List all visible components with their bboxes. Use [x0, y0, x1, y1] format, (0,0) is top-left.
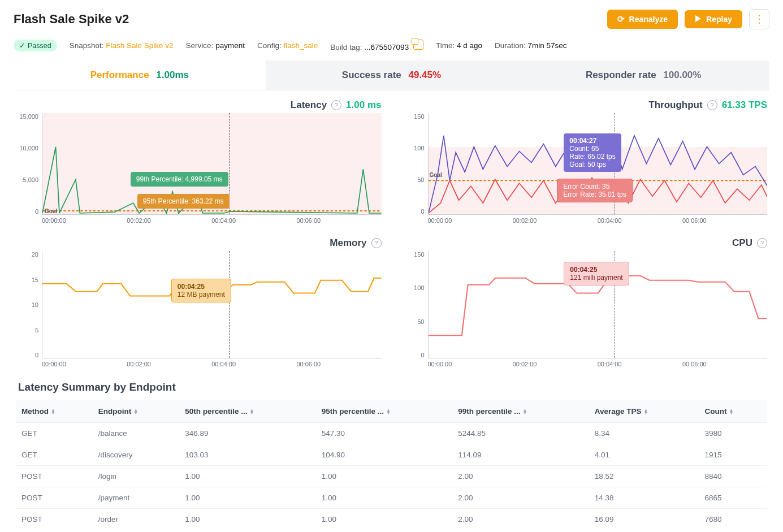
plot-area: 99th Percentile: 4,999.05 ms 95th Percen…: [42, 113, 382, 215]
plot[interactable]: 150 100 50 0 00:04:27 Count: 65 Rate: 65…: [402, 113, 768, 215]
y-axis: 150 100 50 0: [402, 251, 428, 358]
plot-area: 00:04:27 Count: 65 Rate: 65.02 tps Goal:…: [428, 113, 768, 215]
sort-icon: ▲▼: [133, 409, 138, 414]
x-axis: 00:00:00 00:02:00 00:04:00 00:06:00: [16, 217, 382, 224]
reanalyze-button[interactable]: ⟳ Reanalyze: [607, 10, 678, 29]
col-count[interactable]: Count▲▼: [699, 400, 767, 423]
status-badge: ✓ Passed: [14, 40, 57, 51]
table-body: GET/balance346.89547.305244.858.343980GE…: [16, 423, 767, 530]
svg-marker-0: [695, 15, 701, 22]
help-icon[interactable]: ?: [331, 100, 341, 110]
chart-metric: 61.33 TPS: [722, 100, 767, 111]
y-axis: 15,000 10,000 5,000 0: [16, 113, 42, 215]
chart-memory: Memory ? 20 15 10 5 0 00:04:25 12 MB pay…: [16, 237, 382, 367]
check-icon: ✓: [19, 41, 25, 50]
x-axis: 00:00:00 00:02:00 00:04:00 00:06:00: [402, 361, 768, 367]
col-tps[interactable]: Average TPS▲▼: [589, 400, 699, 423]
x-axis: 00:00:00 00:02:00 00:04:00 00:06:00: [16, 361, 382, 367]
sort-icon: ▲▼: [644, 409, 648, 414]
top-bar: Flash Sale Spike v2 ⟳ Reanalyze Replay ⋯: [14, 9, 769, 29]
tooltip-err: Error Count: 35 Error Rate: 35.01 tps: [557, 179, 632, 202]
goal-label: Goal: [45, 208, 57, 214]
content: Latency ? 1.00 ms 15,000 10,000 5,000 0 …: [14, 90, 769, 532]
snapshot-link[interactable]: Flash Sale Spike v2: [106, 41, 173, 50]
plot[interactable]: 15,000 10,000 5,000 0 99th Percentile: 4…: [16, 113, 382, 215]
sort-icon: ▲▼: [250, 409, 254, 414]
x-axis: 00:00:00 00:02:00 00:04:00 00:06:00: [402, 217, 768, 224]
y-axis: 20 15 10 5 0: [16, 251, 42, 358]
sort-icon: ▲▼: [729, 409, 734, 414]
help-icon[interactable]: ?: [371, 238, 382, 248]
config: Config: flash_sale: [257, 41, 318, 50]
plot[interactable]: 150 100 50 0 00:04:25 121 milli payment: [402, 251, 768, 358]
replay-button[interactable]: Replay: [685, 10, 742, 28]
table-row[interactable]: GET/discovery103.03104.90114.094.011915: [16, 444, 767, 466]
snapshot: Snapshot: Flash Sale Spike v2: [70, 41, 174, 50]
replay-label: Replay: [706, 15, 732, 24]
chart-title: Latency: [291, 100, 327, 111]
chart-metric: 1.00 ms: [346, 100, 381, 111]
plot[interactable]: 20 15 10 5 0 00:04:25 12 MB payment: [16, 251, 382, 358]
time: Time: 4 d ago: [436, 41, 482, 50]
meta-bar: ✓ Passed Snapshot: Flash Sale Spike v2 S…: [14, 40, 769, 51]
page-title: Flash Sale Spike v2: [14, 12, 129, 27]
tooltip-rate: 00:04:27 Count: 65 Rate: 65.02 tps Goal:…: [564, 133, 621, 172]
cursor-line: [229, 251, 230, 358]
tab-strip: Performance 1.00ms Success rate 49.45% R…: [14, 60, 769, 90]
build-tag: Build tag: ...675507093: [330, 40, 423, 51]
play-icon: [695, 15, 702, 24]
service: Service: payment: [186, 41, 245, 50]
col-p50[interactable]: 50th percentile ...▲▼: [179, 400, 316, 423]
table-title: Latency Summary by Endpoint: [16, 381, 767, 393]
more-icon: ⋯: [756, 14, 762, 25]
tooltip-99p: 99th Percentile: 4,999.05 ms: [131, 172, 228, 187]
tab-success-rate[interactable]: Success rate 49.45%: [266, 60, 518, 90]
tooltip-memory: 00:04:25 12 MB payment: [171, 279, 231, 302]
col-endpoint[interactable]: Endpoint▲▼: [93, 400, 180, 423]
sort-icon: ▲▼: [523, 409, 527, 414]
chart-cpu: CPU ? 150 100 50 0 00:04:25 121 milli pa…: [402, 237, 768, 367]
tab-performance[interactable]: Performance 1.00ms: [14, 60, 266, 90]
table-header-row: Method▲▼ Endpoint▲▼ 50th percentile ...▲…: [16, 400, 767, 423]
table-row[interactable]: POST/login1.001.002.0018.528840: [16, 466, 767, 487]
y-axis: 150 100 50 0: [402, 113, 428, 215]
tooltip-cpu: 00:04:25 121 milli payment: [564, 262, 629, 286]
help-icon[interactable]: ?: [757, 238, 767, 248]
chart-grid: Latency ? 1.00 ms 15,000 10,000 5,000 0 …: [16, 100, 767, 367]
latency-table: Method▲▼ Endpoint▲▼ 50th percentile ...▲…: [16, 400, 767, 530]
col-p99[interactable]: 99th percentile ...▲▼: [452, 400, 589, 423]
chart-title: CPU: [732, 237, 752, 249]
tooltip-95p: 95th Percentile: 363.22 ms: [137, 194, 230, 209]
reanalyze-label: Reanalyze: [629, 15, 668, 24]
chart-title: Memory: [330, 237, 366, 249]
col-p95[interactable]: 95th percentile ...▲▼: [316, 400, 453, 423]
col-method[interactable]: Method▲▼: [16, 400, 93, 423]
tab-responder-rate[interactable]: Responder rate 100.00%: [517, 60, 769, 90]
table-row[interactable]: GET/balance346.89547.305244.858.343980: [16, 423, 767, 444]
status-label: Passed: [28, 42, 51, 50]
table-row[interactable]: POST/payment1.001.002.0014.386865: [16, 487, 767, 509]
more-button[interactable]: ⋯: [749, 9, 769, 29]
chart-throughput: Throughput ? 61.33 TPS 150 100 50 0 0: [402, 100, 768, 224]
help-icon[interactable]: ?: [707, 100, 717, 110]
plot-area: 00:04:25 12 MB payment: [42, 251, 382, 358]
sort-icon: ▲▼: [51, 409, 55, 414]
chart-latency: Latency ? 1.00 ms 15,000 10,000 5,000 0 …: [16, 100, 382, 224]
chart-title: Throughput: [648, 100, 702, 111]
refresh-icon: ⟳: [617, 14, 625, 24]
duration: Duration: 7min 57sec: [495, 41, 567, 50]
table-row[interactable]: POST/order1.001.002.0016.097680: [16, 509, 767, 530]
sort-icon: ▲▼: [386, 409, 391, 414]
goal-label: Goal: [430, 172, 442, 178]
top-actions: ⟳ Reanalyze Replay ⋯: [607, 9, 769, 29]
plot-area: 00:04:25 121 milli payment: [428, 251, 768, 358]
copy-icon[interactable]: [413, 40, 423, 50]
config-link[interactable]: flash_sale: [283, 41, 318, 50]
